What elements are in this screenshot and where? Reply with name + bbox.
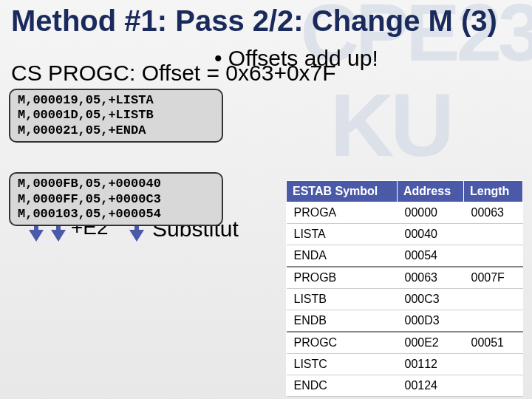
table-row: LISTA 00040 [287,224,523,245]
cell [464,354,523,375]
code-line: M,0000FF,05,+0000C3 [18,192,214,207]
cell: 00000 [398,202,464,224]
cell: 00040 [398,224,464,245]
cell: 00063 [464,202,523,224]
cell: ENDA [287,245,398,267]
cell: 000D3 [398,310,464,332]
table-row: PROGC 000E2 00051 [287,332,523,354]
cell [464,310,523,332]
cell: ENDC [287,375,398,397]
cell: 000E2 [398,332,464,354]
cell [464,289,523,310]
table-row: PROGB 00063 0007F [287,267,523,289]
code-box-before: M,000019,05,+LISTA M,00001D,05,+LISTB M,… [9,89,223,143]
cell: 00124 [398,375,464,397]
cell: LISTA [287,224,398,245]
th-length: Length [464,181,523,202]
code-line: M,000103,05,+000054 [18,207,214,222]
code-line: M,000021,05,+ENDA [18,123,214,138]
cell: LISTB [287,289,398,310]
estab-table: ESTAB Symbol Address Length PROGA 00000 … [286,180,523,397]
cell: 00063 [398,267,464,289]
table-row: LISTB 000C3 [287,289,523,310]
slide-title: Method #1: Pass 2/2: Change M (3) [0,0,532,37]
cell [464,224,523,245]
cell: ENDB [287,310,398,332]
cell: 00051 [464,332,523,354]
cell: PROGA [287,202,398,224]
th-address: Address [398,181,464,202]
cell: 00054 [398,245,464,267]
table-row: PROGA 00000 00063 [287,202,523,224]
code-box-after: M,0000FB,05,+000040 M,0000FF,05,+0000C3 … [9,172,223,226]
cell: 00112 [398,354,464,375]
cell [464,245,523,267]
table-row: LISTC 00112 [287,354,523,375]
cell: 0007F [464,267,523,289]
table-row: ENDA 00054 [287,245,523,267]
cell [464,375,523,397]
table-row: ENDB 000D3 [287,310,523,332]
offset-equation: CS PROGC: Offset = 0x63+0x7F [0,61,532,86]
cell: 000C3 [398,289,464,310]
table-row: ENDC 00124 [287,375,523,397]
code-line: M,000019,05,+LISTA [18,93,214,108]
code-line: M,0000FB,05,+000040 [18,177,214,191]
watermark-ku: KU [330,74,451,176]
cell: PROGC [287,332,398,354]
table-header-row: ESTAB Symbol Address Length [287,181,523,202]
th-symbol: ESTAB Symbol [287,181,398,202]
cell: PROGB [287,267,398,289]
code-line: M,00001D,05,+LISTB [18,108,214,123]
cell: LISTC [287,354,398,375]
